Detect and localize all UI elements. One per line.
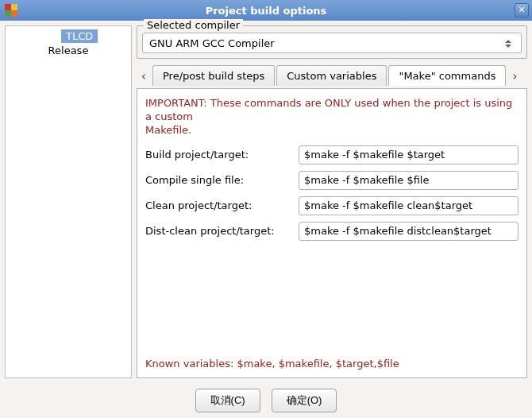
dialog-buttons: 取消(C) 确定(O): [0, 383, 532, 418]
sidebar-item-tlcd[interactable]: TLCD: [61, 29, 98, 43]
compiler-fieldset: Selected compiler GNU ARM GCC Compiler: [137, 25, 527, 59]
compiler-value: GNU ARM GCC Compiler: [149, 37, 275, 49]
tab-pre-post-build[interactable]: Pre/post build steps: [152, 65, 275, 86]
label-build: Build project/target:: [145, 149, 292, 161]
targets-tree[interactable]: TLCD Release: [5, 25, 132, 378]
tab-make-commands[interactable]: "Make" commands: [388, 65, 506, 86]
label-clean: Clean project/target:: [145, 199, 292, 211]
tabs-scroll-left[interactable]: ‹: [137, 65, 151, 86]
tabs-row: ‹ Pre/post build steps Custom variables …: [137, 65, 527, 86]
input-compile[interactable]: [299, 171, 519, 190]
cancel-button[interactable]: 取消(C): [195, 389, 260, 412]
input-clean[interactable]: [299, 196, 519, 215]
label-distclean: Dist-clean project/target:: [145, 225, 292, 237]
label-compile: Compile single file:: [145, 174, 292, 186]
compiler-select[interactable]: GNU ARM GCC Compiler: [142, 33, 522, 53]
tab-panel-make: IMPORTANT: These commands are ONLY used …: [137, 88, 527, 378]
close-icon[interactable]: ✕: [515, 3, 529, 17]
window-title: Project build options: [0, 5, 532, 17]
input-distclean[interactable]: [299, 222, 519, 241]
tab-custom-variables[interactable]: Custom variables: [276, 65, 387, 86]
known-variables: Known variables: $make, $makefile, $targ…: [145, 358, 519, 370]
chevron-updown-icon: [505, 37, 516, 51]
compiler-legend: Selected compiler: [144, 19, 243, 31]
input-build[interactable]: [299, 145, 519, 164]
make-warning: IMPORTANT: These commands are ONLY used …: [145, 97, 519, 137]
sidebar-item-release[interactable]: Release: [12, 43, 125, 58]
titlebar: Project build options ✕: [0, 0, 532, 21]
ok-button[interactable]: 确定(O): [272, 389, 337, 412]
tabs-scroll-right[interactable]: ›: [507, 65, 522, 86]
